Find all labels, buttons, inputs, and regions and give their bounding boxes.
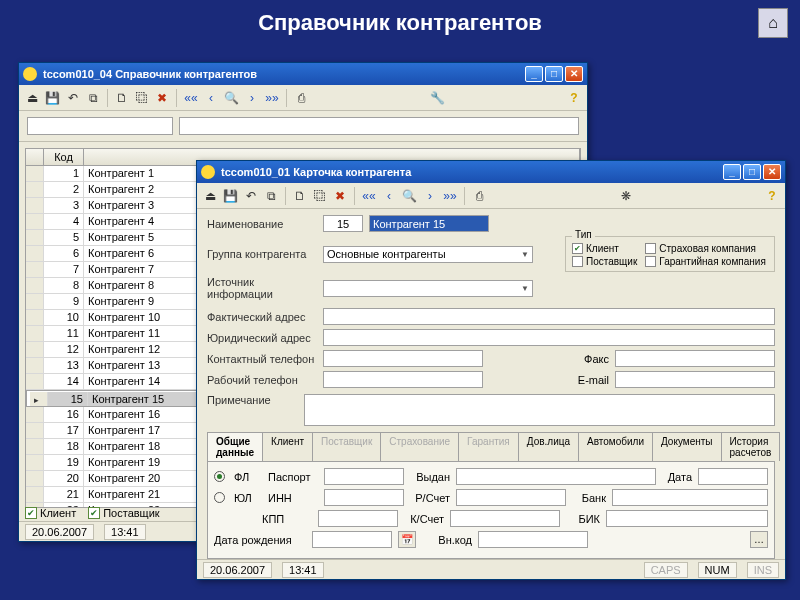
titlebar-card[interactable]: tccom010_01 Карточка контрагента _ □ ✕ (197, 161, 785, 183)
copy-icon[interactable]: ⧉ (84, 89, 102, 107)
filter-client-checkbox[interactable]: ✔Клиент (25, 507, 76, 519)
status-date: 20.06.2007 (25, 524, 94, 540)
titlebar-list[interactable]: tccom010_04 Справочник контрагентов _ □ … (19, 63, 587, 85)
label-phone-work: Рабочий телефон (207, 374, 317, 386)
chk-insurance[interactable]: Страховая компания (645, 243, 766, 254)
card-form: Наименование Группа контрагента Основные… (197, 209, 785, 565)
label-ul: ЮЛ (234, 492, 262, 504)
app-icon (23, 67, 37, 81)
tab-body: ФЛ Паспорт Выдан Дата ЮЛ ИНН Р/Счет Банк (207, 462, 775, 559)
phone-work-input[interactable] (323, 371, 483, 388)
source-select[interactable]: ▼ (323, 280, 533, 297)
first-icon[interactable]: «« (360, 187, 378, 205)
bik-input[interactable] (606, 510, 768, 527)
duplicate-icon[interactable]: ⿻ (133, 89, 151, 107)
help-icon[interactable]: ? (763, 187, 781, 205)
copy-icon[interactable]: ⧉ (262, 187, 280, 205)
bank-input[interactable] (612, 489, 768, 506)
dob-picker-button[interactable]: 📅 (398, 531, 416, 548)
find-icon[interactable]: 🔍 (222, 89, 241, 107)
tab-trusted[interactable]: Дов.лица (518, 432, 579, 461)
next-icon[interactable]: › (421, 187, 439, 205)
tab-client[interactable]: Клиент (262, 432, 313, 461)
name-input[interactable] (369, 215, 489, 232)
dob-input[interactable] (312, 531, 392, 548)
search-code-input[interactable] (27, 117, 173, 135)
tab-general[interactable]: Общие данные (207, 432, 263, 461)
radio-ul[interactable] (214, 492, 225, 503)
exit-icon[interactable]: ⏏ (23, 89, 41, 107)
home-icon[interactable]: ⌂ (758, 8, 788, 38)
email-input[interactable] (615, 371, 775, 388)
phone-contact-input[interactable] (323, 350, 483, 367)
save-icon[interactable]: 💾 (43, 89, 62, 107)
toolbar-list: ⏏ 💾 ↶ ⧉ 🗋 ⿻ ✖ «« ‹ 🔍 › »» ⎙ 🔧 ? (19, 85, 587, 111)
print-icon[interactable]: ⎙ (292, 89, 310, 107)
rs-input[interactable] (456, 489, 566, 506)
passport-input[interactable] (324, 468, 404, 485)
radio-fl[interactable] (214, 471, 225, 482)
chk-supplier[interactable]: Поставщик (572, 256, 637, 267)
save-icon[interactable]: 💾 (221, 187, 240, 205)
issued-input[interactable] (456, 468, 656, 485)
chk-warranty[interactable]: Гарантийная компания (645, 256, 766, 267)
new-icon[interactable]: 🗋 (291, 187, 309, 205)
help-icon[interactable]: ? (565, 89, 583, 107)
more-button[interactable]: … (750, 531, 768, 548)
status-date: 20.06.2007 (203, 562, 272, 578)
first-icon[interactable]: «« (182, 89, 200, 107)
last-icon[interactable]: »» (441, 187, 459, 205)
label-issued: Выдан (410, 471, 450, 483)
close-button[interactable]: ✕ (763, 164, 781, 180)
chk-client[interactable]: ✔Клиент (572, 243, 637, 254)
addr-fact-input[interactable] (323, 308, 775, 325)
next-icon[interactable]: › (243, 89, 261, 107)
tab-history[interactable]: История расчетов (721, 432, 781, 461)
inn-input[interactable] (324, 489, 404, 506)
delete-icon[interactable]: ✖ (153, 89, 171, 107)
tab-docs[interactable]: Документы (652, 432, 722, 461)
type-group: Тип ✔Клиент Поставщик Страховая компания… (565, 236, 775, 272)
vncode-input[interactable] (478, 531, 588, 548)
prev-icon[interactable]: ‹ (202, 89, 220, 107)
type-group-title: Тип (572, 229, 595, 240)
status-time: 13:41 (104, 524, 146, 540)
label-addr-legal: Юридический адрес (207, 332, 317, 344)
tab-cars[interactable]: Автомобили (578, 432, 653, 461)
addr-legal-input[interactable] (323, 329, 775, 346)
last-icon[interactable]: »» (263, 89, 281, 107)
code-input[interactable] (323, 215, 363, 232)
new-icon[interactable]: 🗋 (113, 89, 131, 107)
exit-icon[interactable]: ⏏ (201, 187, 219, 205)
extra-icon[interactable]: ❋ (617, 187, 635, 205)
search-row (19, 111, 587, 142)
group-select[interactable]: Основные контрагенты▼ (323, 246, 533, 263)
col-code[interactable]: Код (44, 149, 84, 165)
label-date: Дата (662, 471, 692, 483)
minimize-button[interactable]: _ (525, 66, 543, 82)
label-fax: Факс (569, 353, 609, 365)
tab-insurance[interactable]: Страхование (380, 432, 459, 461)
tool-icon[interactable]: 🔧 (428, 89, 447, 107)
minimize-button[interactable]: _ (723, 164, 741, 180)
date-input[interactable] (698, 468, 768, 485)
ks-input[interactable] (450, 510, 560, 527)
note-input[interactable] (304, 394, 775, 426)
maximize-button[interactable]: □ (545, 66, 563, 82)
maximize-button[interactable]: □ (743, 164, 761, 180)
tab-warranty[interactable]: Гарантия (458, 432, 519, 461)
delete-icon[interactable]: ✖ (331, 187, 349, 205)
search-name-input[interactable] (179, 117, 579, 135)
fax-input[interactable] (615, 350, 775, 367)
filter-supplier-checkbox[interactable]: ✔Поставщик (88, 507, 159, 519)
find-icon[interactable]: 🔍 (400, 187, 419, 205)
print-icon[interactable]: ⎙ (470, 187, 488, 205)
tab-supplier[interactable]: Поставщик (312, 432, 381, 461)
label-vncode: Вн.код (422, 534, 472, 546)
close-button[interactable]: ✕ (565, 66, 583, 82)
kpp-input[interactable] (318, 510, 398, 527)
prev-icon[interactable]: ‹ (380, 187, 398, 205)
undo-icon[interactable]: ↶ (242, 187, 260, 205)
undo-icon[interactable]: ↶ (64, 89, 82, 107)
duplicate-icon[interactable]: ⿻ (311, 187, 329, 205)
